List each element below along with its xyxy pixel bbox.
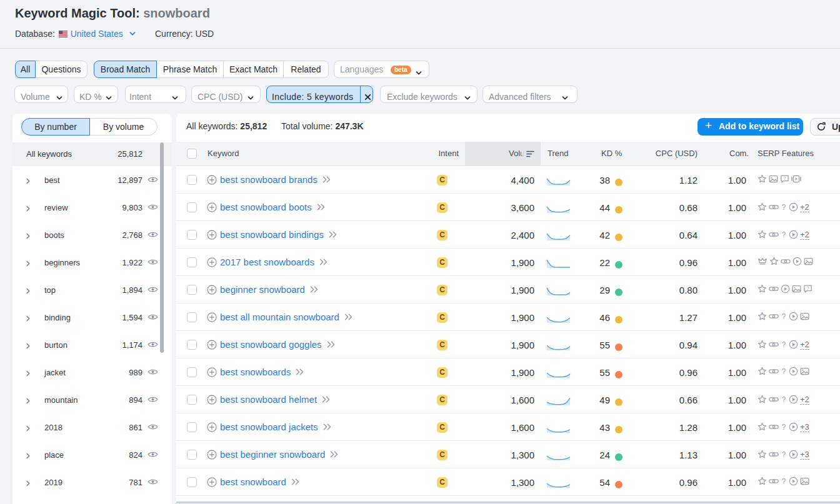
svg-text:?: ? bbox=[782, 367, 786, 376]
svg-text:?: ? bbox=[782, 423, 786, 432]
svg-text:?: ? bbox=[782, 477, 786, 486]
svg-text:?: ? bbox=[782, 230, 786, 239]
svg-text:?: ? bbox=[782, 450, 786, 459]
svg-text:?: ? bbox=[782, 312, 786, 321]
svg-text:?: ? bbox=[783, 175, 786, 181]
svg-text:?: ? bbox=[782, 340, 786, 349]
svg-text:?: ? bbox=[782, 395, 786, 404]
svg-text:?: ? bbox=[782, 203, 786, 212]
svg-text:?: ? bbox=[806, 285, 809, 291]
